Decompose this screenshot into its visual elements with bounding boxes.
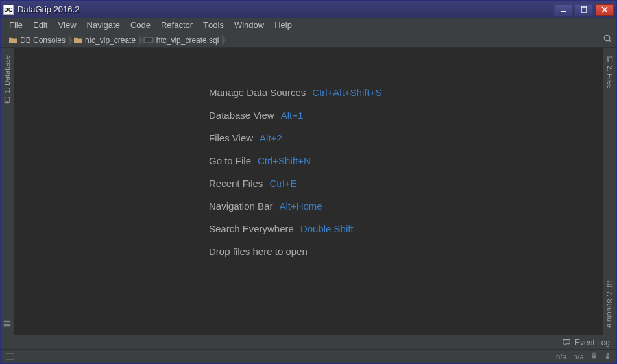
svg-rect-15 — [592, 355, 596, 358]
status-col1: n/a — [556, 352, 567, 361]
lock-icon[interactable] — [590, 352, 598, 361]
menu-file[interactable]: File — [5, 18, 27, 32]
breadcrumb-label: DB Consoles — [20, 36, 66, 45]
svg-rect-8 — [609, 57, 612, 62]
tip-label: Search Everywhere — [209, 223, 294, 234]
tip-label: Drop files here to open — [209, 246, 308, 257]
menu-tools[interactable]: Tools — [199, 18, 228, 32]
breadcrumb-label: htc_vip_create — [85, 36, 136, 45]
folder-icon — [73, 36, 82, 44]
left-tool-gutter: 1: Database — [1, 48, 14, 335]
menu-code[interactable]: Code — [126, 18, 155, 32]
ibm-icon: IBM — [143, 37, 154, 43]
app-icon: DG — [3, 5, 14, 15]
tip-shortcut[interactable]: Ctrl+Alt+Shift+S — [312, 87, 381, 98]
svg-point-9 — [607, 281, 609, 282]
tip-shortcut[interactable]: Ctrl+Shift+N — [258, 155, 311, 166]
tip-shortcut[interactable]: Ctrl+E — [269, 178, 296, 189]
hector-icon[interactable] — [604, 352, 611, 362]
tip-label: Navigation Bar — [209, 200, 272, 212]
svg-point-2 — [604, 35, 609, 40]
welcome-tip: Manage Data SourcesCtrl+Alt+Shift+S — [209, 87, 603, 98]
breadcrumb-item[interactable]: IBMhtc_vip_create.sql — [139, 34, 223, 46]
event-log-label: Event Log — [575, 338, 610, 347]
editor-area: Manage Data SourcesCtrl+Alt+Shift+SDatab… — [14, 48, 603, 335]
files-icon — [606, 55, 614, 63]
files-tool-tab[interactable]: 2: Files — [604, 52, 616, 91]
svg-point-10 — [607, 284, 609, 285]
maximize-button[interactable] — [575, 4, 593, 16]
titlebar: DG DataGrip 2016.2 — [1, 1, 616, 18]
svg-rect-6 — [4, 324, 11, 327]
tip-label: Go to File — [209, 155, 251, 166]
close-button[interactable] — [596, 4, 614, 16]
menu-window[interactable]: Window — [230, 18, 269, 32]
menu-navigate[interactable]: Navigate — [82, 18, 125, 32]
tip-shortcut[interactable]: Alt+1 — [281, 110, 304, 121]
status-bar: n/a n/a — [1, 349, 616, 363]
database-tool-label: 1: Database — [3, 55, 11, 93]
svg-line-3 — [609, 40, 611, 42]
status-left-box-icon[interactable] — [6, 353, 14, 360]
svg-rect-17 — [606, 356, 609, 359]
svg-point-4 — [5, 101, 10, 103]
svg-point-16 — [606, 352, 609, 355]
welcome-tip: Drop files here to open — [209, 246, 603, 257]
menu-view[interactable]: View — [53, 18, 80, 32]
tip-label: Files View — [209, 132, 253, 143]
tip-shortcut[interactable]: Alt+2 — [260, 132, 282, 143]
search-icon[interactable] — [603, 34, 612, 46]
welcome-tip: Database ViewAlt+1 — [209, 110, 603, 121]
welcome-tip: Navigation BarAlt+Home — [209, 200, 603, 212]
tip-label: Database View — [209, 110, 274, 121]
storage-icon[interactable] — [3, 319, 12, 331]
breadcrumb-item[interactable]: htc_vip_create — [69, 34, 139, 46]
breadcrumb-item[interactable]: DB Consoles — [5, 34, 69, 46]
tip-shortcut[interactable]: Double Shift — [300, 223, 354, 234]
database-tool-tab[interactable]: 1: Database — [1, 52, 13, 107]
structure-icon — [606, 280, 614, 288]
svg-rect-5 — [4, 321, 11, 323]
database-icon — [3, 96, 11, 104]
svg-rect-1 — [581, 7, 587, 12]
menu-refactor[interactable]: Refactor — [156, 18, 197, 32]
files-tool-label: 2: Files — [606, 66, 614, 88]
tip-label: Manage Data Sources — [209, 87, 306, 98]
welcome-tips: Manage Data SourcesCtrl+Alt+Shift+SDatab… — [14, 48, 603, 335]
structure-tool-tab[interactable]: 7: Structure — [604, 277, 616, 331]
menu-edit[interactable]: Edit — [29, 18, 52, 32]
breadcrumb-bar: DB Consoleshtc_vip_createIBMhtc_vip_crea… — [1, 32, 616, 48]
breadcrumb-label: htc_vip_create.sql — [156, 36, 219, 45]
event-log-bar: Event Log — [1, 335, 616, 349]
status-col2: n/a — [573, 352, 584, 361]
event-log-button[interactable]: Event Log — [562, 338, 610, 347]
tip-shortcut[interactable]: Alt+Home — [279, 200, 322, 212]
menu-help[interactable]: Help — [270, 18, 296, 32]
svg-rect-0 — [561, 11, 566, 12]
welcome-tip: Search EverywhereDouble Shift — [209, 223, 603, 234]
tip-label: Recent Files — [209, 178, 263, 189]
window-title: DataGrip 2016.2 — [18, 5, 79, 14]
svg-point-11 — [607, 286, 609, 287]
menubar: FileEditViewNavigateCodeRefactorToolsWin… — [1, 18, 616, 32]
folder-icon — [8, 36, 18, 44]
minimize-button[interactable] — [554, 4, 572, 16]
welcome-tip: Go to FileCtrl+Shift+N — [209, 155, 603, 166]
speech-bubble-icon — [562, 338, 571, 347]
structure-tool-label: 7: Structure — [606, 291, 614, 328]
welcome-tip: Files ViewAlt+2 — [209, 132, 603, 143]
right-tool-gutter: 2: Files 7: Structure — [603, 48, 616, 335]
welcome-tip: Recent FilesCtrl+E — [209, 178, 603, 189]
